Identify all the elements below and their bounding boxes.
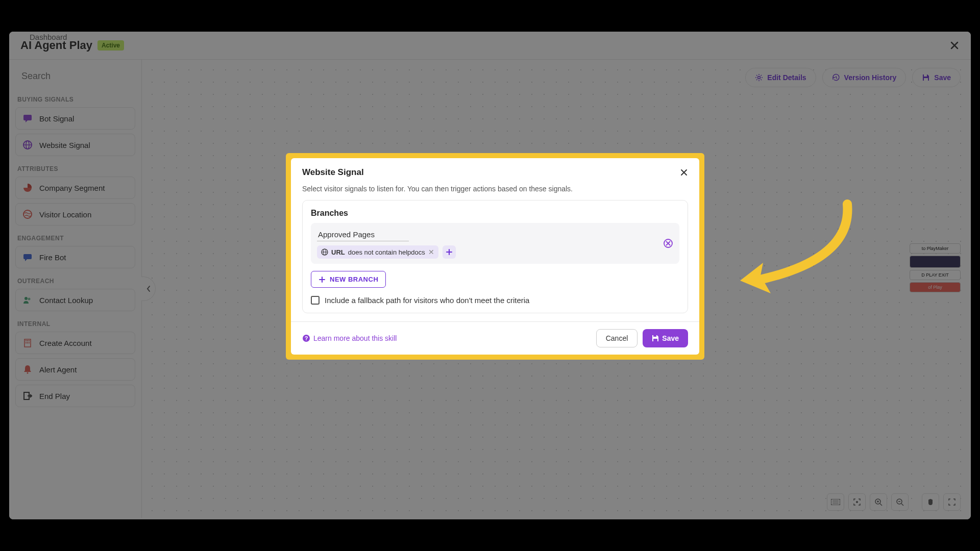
plus-icon <box>318 276 326 283</box>
condition-chip[interactable]: URL does not contain helpdocs ✕ <box>317 245 438 259</box>
svg-rect-37 <box>653 335 656 337</box>
button-label: Save <box>662 334 679 342</box>
branches-card: Branches URL does not contain helpdocs ✕ <box>302 200 688 313</box>
plus-icon <box>446 249 452 255</box>
fallback-checkbox-row[interactable]: Include a fallback path for visitors who… <box>311 296 679 305</box>
chip-condition: does not contain helpdocs <box>348 248 425 256</box>
cancel-button[interactable]: Cancel <box>596 329 638 347</box>
branches-title: Branches <box>311 209 679 218</box>
globe-icon <box>321 248 328 256</box>
modal-title: Website Signal <box>302 167 364 178</box>
save-button[interactable]: Save <box>643 329 688 347</box>
close-icon[interactable] <box>680 168 688 177</box>
svg-rect-38 <box>653 339 657 341</box>
chip-field: URL <box>331 248 345 256</box>
modal-description: Select visitor signals to listen for. Yo… <box>291 181 699 200</box>
svg-text:?: ? <box>305 335 308 341</box>
button-label: NEW BRANCH <box>330 276 378 283</box>
fallback-label: Include a fallback path for visitors who… <box>325 296 529 305</box>
branch-name-input[interactable] <box>317 228 409 241</box>
learn-more-link[interactable]: ? Learn more about this skill <box>302 334 397 342</box>
modal-highlight: Website Signal Select visitor signals to… <box>286 153 704 360</box>
checkbox-icon[interactable] <box>311 296 320 305</box>
help-icon: ? <box>302 334 310 342</box>
link-label: Learn more about this skill <box>313 334 397 342</box>
save-icon <box>652 335 659 342</box>
delete-branch-icon[interactable] <box>663 238 673 248</box>
website-signal-modal: Website Signal Select visitor signals to… <box>291 158 699 355</box>
add-condition-button[interactable] <box>443 245 456 259</box>
remove-chip-icon[interactable]: ✕ <box>428 248 434 256</box>
new-branch-button[interactable]: NEW BRANCH <box>311 271 386 288</box>
branch-row: URL does not contain helpdocs ✕ <box>311 223 679 264</box>
